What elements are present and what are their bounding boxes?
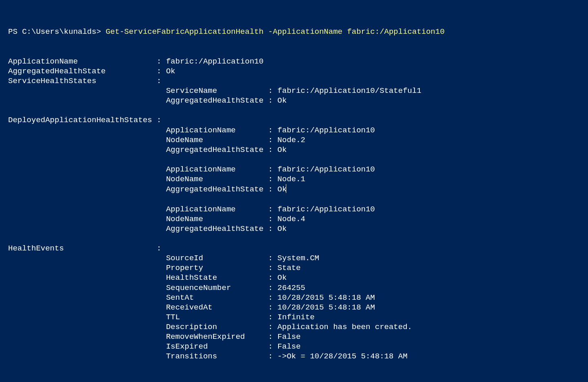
label-deployedapphealthstates: DeployedApplicationHealthStates — [8, 116, 152, 125]
label-dahs2-aggregated: AggregatedHealthState — [166, 224, 263, 233]
value-he-transitions: ->Ok = 10/28/2015 5:48:18 AM — [277, 352, 407, 361]
label-he-healthstate: HealthState — [166, 273, 217, 282]
label-he-property: Property — [166, 263, 203, 272]
value-he-sequencenumber: 264255 — [277, 283, 305, 292]
value-aggregatedhealthstate: Ok — [166, 67, 176, 76]
label-he-transitions: Transitions — [166, 352, 217, 361]
value-applicationname: fabric:/Application10 — [166, 57, 263, 66]
ps-command[interactable]: Get-ServiceFabricApplicationHealth -Appl… — [105, 27, 444, 36]
value-dahs2-appname: fabric:/Application10 — [277, 205, 375, 214]
value-he-sourceid: System.CM — [277, 254, 319, 263]
value-he-ttl: Infinite — [277, 313, 314, 322]
label-dahs2-nodename: NodeName — [166, 215, 203, 224]
label-shs-aggregated: AggregatedHealthState — [166, 96, 263, 105]
label-servicehealthstates: ServiceHealthStates — [8, 77, 97, 86]
label-dahs1-aggregated: AggregatedHealthState — [166, 185, 263, 194]
value-dahs2-aggregated: Ok — [277, 224, 287, 233]
value-dahs0-appname: fabric:/Application10 — [277, 126, 375, 135]
value-shs-aggregated: Ok — [277, 96, 287, 105]
label-servicename: ServiceName — [166, 86, 217, 95]
label-dahs0-aggregated: AggregatedHealthState — [166, 145, 263, 154]
value-he-healthstate: Ok — [277, 273, 287, 282]
value-dahs0-aggregated: Ok — [277, 145, 287, 154]
value-dahs1-nodename: Node.1 — [277, 175, 305, 184]
label-dahs1-appname: ApplicationName — [166, 165, 236, 174]
value-he-isexpired: False — [277, 342, 301, 351]
label-he-description: Description — [166, 323, 217, 332]
label-he-sentat: SentAt — [166, 293, 194, 302]
value-he-property: State — [277, 263, 301, 272]
label-applicationname: ApplicationName — [8, 57, 78, 66]
value-he-removewhenexpired: False — [277, 332, 301, 341]
text-cursor — [286, 184, 286, 193]
label-dahs0-nodename: NodeName — [166, 136, 203, 145]
label-dahs0-appname: ApplicationName — [166, 126, 236, 135]
value-dahs1-appname: fabric:/Application10 — [277, 165, 375, 174]
label-he-removewhenexpired: RemoveWhenExpired — [166, 332, 245, 341]
label-he-sourceid: SourceId — [166, 254, 203, 263]
value-dahs1-aggregated: Ok — [277, 185, 287, 194]
value-he-sentat: 10/28/2015 5:48:18 AM — [277, 293, 375, 302]
value-he-description: Application has been created. — [277, 323, 412, 332]
label-dahs2-appname: ApplicationName — [166, 205, 236, 214]
value-shs-servicename: fabric:/Application10/Stateful1 — [277, 86, 421, 95]
value-dahs0-nodename: Node.2 — [277, 136, 305, 145]
ps-prompt: PS C:\Users\kunalds> — [8, 27, 105, 36]
label-dahs1-nodename: NodeName — [166, 175, 203, 184]
label-aggregatedhealthstate: AggregatedHealthState — [8, 67, 105, 76]
value-he-receivedat: 10/28/2015 5:48:18 AM — [277, 303, 375, 312]
label-healthevents: HealthEvents — [8, 244, 64, 253]
label-he-isexpired: IsExpired — [166, 342, 208, 351]
label-he-sequencenumber: SequenceNumber — [166, 283, 231, 292]
value-dahs2-nodename: Node.4 — [277, 215, 305, 224]
label-he-receivedat: ReceivedAt — [166, 303, 213, 312]
label-he-ttl: TTL — [166, 313, 180, 322]
